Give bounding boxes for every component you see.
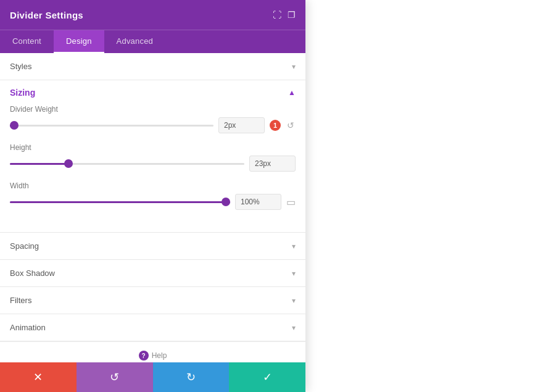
- redo-icon: ↻: [186, 370, 196, 384]
- sizing-chevron-icon: ▲: [288, 88, 296, 97]
- filters-section: Filters ▾: [0, 287, 305, 314]
- animation-section-title: Animation: [10, 323, 46, 332]
- spacing-section: Spacing ▾: [0, 233, 305, 260]
- cancel-button[interactable]: ✕: [0, 362, 77, 392]
- width-thumb[interactable]: [222, 198, 230, 206]
- divider-weight-reset[interactable]: ↺: [286, 120, 296, 130]
- height-slider-container: [10, 159, 244, 169]
- styles-chevron-icon: ▾: [292, 62, 296, 71]
- sizing-section-title: Sizing: [10, 88, 35, 98]
- styles-section-header[interactable]: Styles ▾: [0, 53, 305, 80]
- spacing-section-header[interactable]: Spacing ▾: [0, 233, 305, 259]
- width-slider-container: [10, 197, 230, 207]
- divider-weight-thumb[interactable]: [10, 121, 19, 130]
- animation-section: Animation ▾: [0, 314, 305, 341]
- sizing-section: Sizing ▲ Divider Weight: [0, 80, 305, 233]
- height-thumb[interactable]: [64, 159, 73, 168]
- divider-weight-slider-container: [10, 120, 213, 130]
- help-icon: ?: [139, 351, 149, 361]
- spacing-chevron-icon: ▾: [292, 242, 296, 251]
- panel-title: Divider Settings: [10, 10, 83, 20]
- styles-section-title: Styles: [10, 62, 31, 71]
- sizing-content: Divider Weight 1 ↺: [0, 102, 305, 232]
- height-label: Height: [10, 143, 296, 152]
- collapse-icon[interactable]: ❐: [288, 10, 296, 20]
- height-control: Height: [10, 143, 296, 172]
- width-control: Width ▭: [10, 181, 296, 210]
- device-icon[interactable]: ▭: [286, 196, 296, 208]
- panel-footer: ✕ ↺ ↻ ✓: [0, 362, 305, 392]
- filters-section-title: Filters: [10, 296, 31, 305]
- box-shadow-section-title: Box Shadow: [10, 269, 55, 278]
- redo-button[interactable]: ↻: [153, 362, 230, 392]
- panel-header-icons: ⛶ ❐: [273, 10, 296, 20]
- animation-section-header[interactable]: Animation ▾: [0, 314, 305, 341]
- panel-body: Styles ▾ Sizing ▲ Divider Weight: [0, 53, 305, 362]
- filters-chevron-icon: ▾: [292, 296, 296, 305]
- width-label: Width: [10, 181, 296, 190]
- filters-section-header[interactable]: Filters ▾: [0, 287, 305, 314]
- divider-weight-badge: 1: [270, 120, 281, 131]
- settings-panel: Divider Settings ⛶ ❐ Content Design Adva…: [0, 0, 305, 392]
- height-input[interactable]: [249, 156, 296, 172]
- width-track: [10, 201, 230, 203]
- save-button[interactable]: ✓: [229, 362, 305, 392]
- save-icon: ✓: [263, 370, 272, 384]
- panel-header: Divider Settings ⛶ ❐: [0, 0, 305, 30]
- width-input[interactable]: [235, 194, 281, 210]
- help-section: ? Help: [0, 341, 305, 362]
- undo-button[interactable]: ↺: [77, 362, 153, 392]
- animation-chevron-icon: ▾: [292, 323, 296, 332]
- divider-weight-track: [10, 125, 213, 127]
- box-shadow-section-header[interactable]: Box Shadow ▾: [0, 260, 305, 286]
- width-fill: [10, 201, 230, 203]
- tabs: Content Design Advanced: [0, 30, 305, 53]
- help-label: Help: [152, 351, 167, 360]
- tab-design[interactable]: Design: [54, 30, 104, 53]
- height-track: [10, 163, 244, 165]
- box-shadow-chevron-icon: ▾: [292, 269, 296, 278]
- divider-weight-label: Divider Weight: [10, 105, 296, 114]
- height-fill: [10, 163, 68, 165]
- styles-section: Styles ▾: [0, 53, 305, 80]
- spacing-section-title: Spacing: [10, 241, 39, 251]
- sizing-section-header[interactable]: Sizing ▲: [0, 80, 305, 102]
- width-row: ▭: [10, 194, 296, 210]
- tab-advanced[interactable]: Advanced: [104, 30, 165, 53]
- divider-weight-control: Divider Weight 1 ↺: [10, 105, 296, 133]
- cancel-icon: ✕: [33, 370, 43, 384]
- height-row: [10, 156, 296, 172]
- undo-icon: ↺: [110, 370, 119, 384]
- divider-weight-row: 1 ↺: [10, 117, 296, 133]
- box-shadow-section: Box Shadow ▾: [0, 260, 305, 287]
- divider-weight-input[interactable]: [218, 117, 265, 133]
- expand-icon[interactable]: ⛶: [273, 10, 281, 20]
- tab-content[interactable]: Content: [0, 30, 54, 53]
- help-link[interactable]: ? Help: [9, 351, 297, 361]
